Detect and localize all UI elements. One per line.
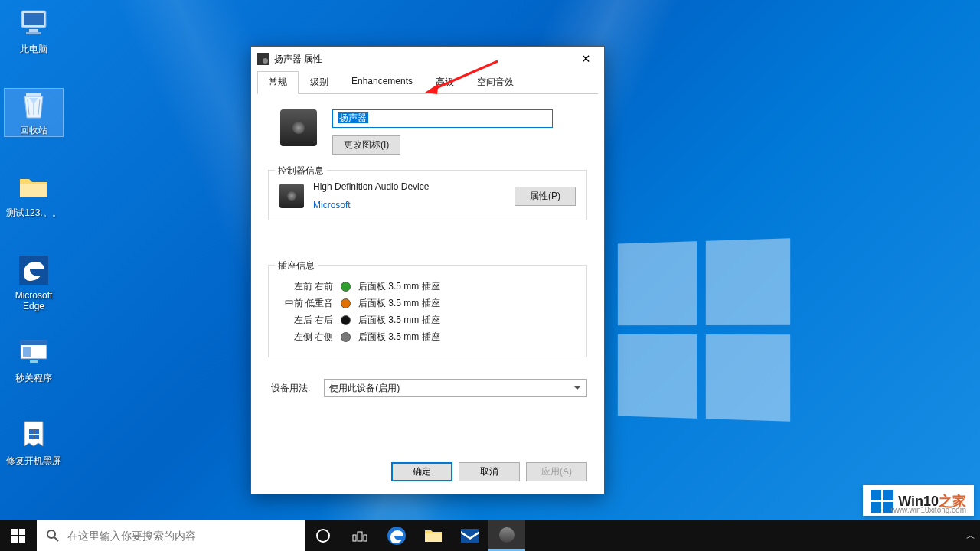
svg-rect-8 [23, 347, 31, 357]
speaker-icon [257, 53, 270, 65]
usage-select[interactable]: 使用此设备(启用) [324, 379, 587, 397]
desktop-icon-edge[interactable]: Microsoft Edge [5, 254, 63, 312]
program-icon [18, 337, 50, 369]
controller-info-group: 控制器信息 High Definition Audio Device Micro… [268, 170, 587, 220]
tab-enhancements[interactable]: Enhancements [340, 71, 424, 94]
task-view-button[interactable] [341, 520, 378, 551]
dialog-title: 扬声器 属性 [274, 53, 322, 66]
search-icon [46, 529, 60, 543]
jack-color-icon [341, 332, 351, 342]
folder-icon [18, 171, 50, 204]
svg-rect-27 [425, 533, 442, 542]
desktop-icon-this-pc[interactable]: 此电脑 [5, 8, 63, 55]
tab-general[interactable]: 常规 [257, 71, 299, 94]
close-button[interactable]: ✕ [570, 48, 601, 70]
edge-icon [18, 254, 50, 286]
svg-rect-12 [29, 435, 34, 439]
svg-rect-7 [21, 341, 47, 345]
jack-info-group: 插座信息 左前 右前后面板 3.5 mm 插座中前 低重音后面板 3.5 mm … [268, 265, 587, 357]
controller-name: High Definition Audio Device [313, 181, 505, 192]
jack-desc: 后面板 3.5 mm 插座 [358, 314, 440, 327]
group-title: 插座信息 [275, 259, 318, 272]
usage-label: 设备用法: [271, 382, 310, 395]
wallpaper-windows-logo [618, 238, 790, 421]
svg-point-22 [317, 530, 329, 542]
taskbar-mail[interactable] [452, 520, 488, 551]
watermark: Win10之家 www.win10xitong.com [863, 485, 974, 516]
jack-desc: 后面板 3.5 mm 插座 [358, 331, 440, 344]
tab-row: 常规 级别 Enhancements 高级 空间音效 [251, 71, 604, 94]
svg-rect-19 [19, 536, 25, 543]
jack-label: 中前 低重音 [279, 297, 333, 310]
jack-desc: 后面板 3.5 mm 插座 [358, 280, 440, 293]
svg-rect-2 [29, 29, 38, 32]
change-icon-button[interactable]: 更改图标(I) [332, 135, 400, 155]
desktop-icon-label: 回收站 [5, 124, 63, 136]
svg-rect-24 [358, 532, 362, 541]
svg-rect-23 [353, 535, 356, 541]
taskbar-explorer[interactable] [415, 520, 452, 551]
svg-rect-11 [34, 429, 39, 434]
svg-rect-4 [26, 93, 41, 96]
desktop-icon-label: Microsoft Edge [5, 289, 63, 312]
tray-chevron-icon[interactable]: ︿ [966, 530, 975, 543]
search-input[interactable] [67, 530, 305, 542]
jack-row: 中前 低重音后面板 3.5 mm 插座 [279, 297, 576, 310]
svg-rect-3 [26, 32, 41, 34]
desktop-icon-repair[interactable]: 修复开机黑屏 [5, 419, 63, 467]
desktop-icon-label: 此电脑 [5, 43, 63, 55]
cortana-button[interactable] [305, 520, 341, 551]
jack-desc: 后面板 3.5 mm 插座 [358, 297, 440, 310]
tab-advanced[interactable]: 高级 [424, 71, 466, 94]
jack-label: 左后 右后 [279, 314, 333, 327]
ok-button[interactable]: 确定 [391, 462, 452, 481]
desktop-icon-label: 修复开机黑屏 [5, 455, 63, 467]
apply-button[interactable]: 应用(A) [526, 462, 587, 481]
jack-color-icon [341, 315, 351, 325]
tab-levels[interactable]: 级别 [299, 71, 340, 94]
controller-properties-button[interactable]: 属性(P) [514, 187, 576, 206]
svg-rect-9 [30, 360, 38, 363]
desktop-icon-recycle-bin[interactable]: 回收站 [5, 89, 63, 136]
controller-vendor: Microsoft [313, 200, 505, 210]
recycle-bin-icon [18, 89, 50, 121]
repair-icon [18, 419, 50, 452]
svg-rect-17 [19, 529, 25, 535]
dialog-body: 扬声器 更改图标(I) 控制器信息 High Definition Audio … [251, 94, 604, 462]
cancel-button[interactable]: 取消 [459, 462, 520, 481]
desktop-icon-folder[interactable]: 测试123.。。 [5, 171, 63, 219]
start-button[interactable] [0, 520, 37, 551]
taskbar: ︿ [0, 520, 980, 551]
device-name-value: 扬声器 [338, 112, 368, 123]
tab-spatial[interactable]: 空间音效 [466, 71, 525, 94]
svg-rect-1 [24, 13, 44, 25]
svg-rect-18 [11, 536, 18, 543]
desktop-icon-label: 测试123.。。 [5, 207, 63, 219]
dialog-titlebar[interactable]: 扬声器 属性 ✕ [251, 47, 604, 71]
usage-value: 使用此设备(启用) [329, 382, 400, 395]
device-large-icon [280, 109, 317, 146]
jack-row: 左侧 右侧后面板 3.5 mm 插座 [279, 331, 576, 344]
svg-point-20 [47, 530, 55, 538]
taskbar-search[interactable] [37, 520, 305, 551]
watermark-url: www.win10xitong.com [891, 506, 966, 514]
svg-rect-28 [461, 529, 479, 543]
svg-rect-16 [11, 529, 18, 535]
taskbar-sound-settings[interactable] [488, 520, 525, 551]
group-title: 控制器信息 [275, 165, 327, 178]
jack-label: 左侧 右侧 [279, 331, 333, 344]
desktop-icon-label: 秒关程序 [5, 372, 63, 384]
taskbar-edge[interactable] [378, 520, 415, 551]
jack-label: 左前 右前 [279, 280, 333, 293]
controller-icon [279, 184, 304, 208]
pc-icon [18, 8, 50, 40]
desktop-icon-shutdown[interactable]: 秒关程序 [5, 337, 63, 384]
jack-color-icon [341, 282, 351, 292]
speaker-properties-dialog: 扬声器 属性 ✕ 常规 级别 Enhancements 高级 空间音效 扬声器 … [250, 46, 605, 494]
system-tray[interactable]: ︿ [966, 530, 980, 543]
jack-color-icon [341, 298, 351, 308]
jack-row: 左后 右后后面板 3.5 mm 插座 [279, 314, 576, 327]
svg-rect-25 [364, 535, 367, 541]
device-name-input[interactable]: 扬声器 [332, 109, 553, 128]
svg-line-21 [54, 537, 58, 541]
